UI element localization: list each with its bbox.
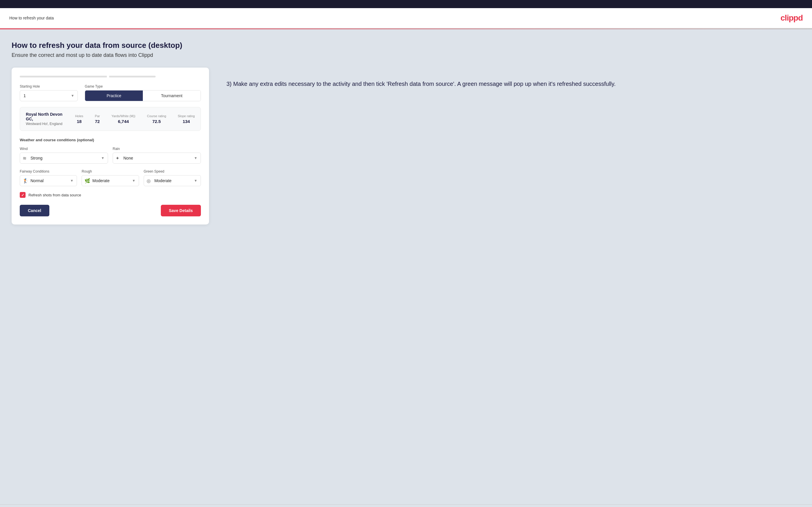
starting-hole-group: Starting Hole 1 2 10 ▼ [20,84,78,101]
slope-rating-label: Slope rating [178,114,195,118]
yards-value: 6,744 [111,119,135,124]
cancel-button[interactable]: Cancel [20,205,49,216]
rough-label: Rough [82,169,139,173]
course-name-sub: Westward Ho!, England [26,122,63,126]
form-card: Starting Hole 1 2 10 ▼ Game Type Practic… [12,68,209,225]
fairway-icon: 🏌 [22,178,29,184]
game-type-label: Game Type [85,84,201,89]
refresh-checkbox-row: ✓ Refresh shots from data source [20,192,201,198]
deco-tab-2 [109,76,156,77]
header: How to refresh your data clippd [0,8,812,29]
course-name-group: Royal North Devon GC, Westward Ho!, Engl… [26,112,63,126]
green-speed-icon: ◎ [147,178,151,184]
wind-select[interactable]: Strong Light Calm [20,153,108,164]
yards-label: Yards/White (M)) [111,114,135,118]
page-subheading: Ensure the correct and most up to date d… [12,52,800,58]
starting-hole-row: Starting Hole 1 2 10 ▼ Game Type Practic… [20,84,201,101]
course-yards-stat: Yards/White (M)) 6,744 [111,114,135,124]
fairway-field: Fairway Conditions 🏌 Normal Wet Dry ▼ [20,169,77,186]
decorative-tabs [20,76,201,77]
wind-rain-row: Wind ≋ Strong Light Calm ▼ Rain ✦ [20,147,201,164]
deco-tab-1 [20,76,107,77]
rough-field: Rough 🌿 Moderate Light Heavy ▼ [82,169,139,186]
course-row: Royal North Devon GC, Westward Ho!, Engl… [20,107,201,131]
green-speed-select-wrapper: ◎ Moderate Fast Slow ▼ [144,175,201,186]
game-type-buttons: Practice Tournament [85,90,201,101]
course-holes-stat: Holes 18 [75,114,83,124]
main-content: How to refresh your data from source (de… [0,29,812,504]
button-row: Cancel Save Details [20,205,201,216]
wind-field: Wind ≋ Strong Light Calm ▼ [20,147,108,164]
course-name-main: Royal North Devon GC, [26,112,63,121]
page-heading: How to refresh your data from source (de… [12,41,800,50]
header-title: How to refresh your data [9,16,54,20]
course-rating-stat: Course rating 72.5 [147,114,166,124]
refresh-checkbox[interactable]: ✓ [20,192,26,198]
rain-label: Rain [113,147,201,151]
content-layout: Starting Hole 1 2 10 ▼ Game Type Practic… [12,68,800,225]
checkbox-check-icon: ✓ [21,193,24,197]
refresh-label: Refresh shots from data source [29,193,81,197]
holes-value: 18 [75,119,83,124]
right-description: 3) Make any extra edits necessary to the… [226,68,800,89]
rain-field: Rain ✦ None Light Heavy ▼ [113,147,201,164]
conditions-section-label: Weather and course conditions (optional) [20,138,201,142]
course-rating-label: Course rating [147,114,166,118]
fairway-select-wrapper: 🏌 Normal Wet Dry ▼ [20,175,77,186]
logo: clippd [781,13,803,22]
green-speed-select[interactable]: Moderate Fast Slow [144,175,201,186]
description-text: 3) Make any extra edits necessary to the… [226,79,800,89]
practice-button[interactable]: Practice [85,91,143,101]
starting-hole-select[interactable]: 1 2 10 [20,90,78,101]
rain-select-wrapper: ✦ None Light Heavy ▼ [113,153,201,164]
par-label: Par [95,114,100,118]
slope-rating-value: 134 [178,119,195,124]
fairway-label: Fairway Conditions [20,169,77,173]
course-par-stat: Par 72 [95,114,100,124]
tournament-button[interactable]: Tournament [143,91,201,101]
wind-label: Wind [20,147,108,151]
wind-icon: ≋ [22,156,27,161]
green-speed-label: Green Speed [144,169,201,173]
rain-icon: ✦ [115,156,119,161]
footer: Copyright Clippd 2022 [0,504,812,507]
wind-select-wrapper: ≋ Strong Light Calm ▼ [20,153,108,164]
green-speed-field: Green Speed ◎ Moderate Fast Slow ▼ [144,169,201,186]
par-value: 72 [95,119,100,124]
course-rating-value: 72.5 [147,119,166,124]
rough-icon: 🌿 [85,178,90,184]
fairway-rough-green-row: Fairway Conditions 🏌 Normal Wet Dry ▼ Ro… [20,169,201,186]
slope-rating-stat: Slope rating 134 [178,114,195,124]
rain-select[interactable]: None Light Heavy [113,153,201,164]
top-bar [0,0,812,8]
starting-hole-label: Starting Hole [20,84,78,89]
rough-select-wrapper: 🌿 Moderate Light Heavy ▼ [82,175,139,186]
holes-label: Holes [75,114,83,118]
game-type-group: Game Type Practice Tournament [85,84,201,101]
starting-hole-select-wrapper: 1 2 10 ▼ [20,90,78,101]
save-button[interactable]: Save Details [161,205,201,216]
